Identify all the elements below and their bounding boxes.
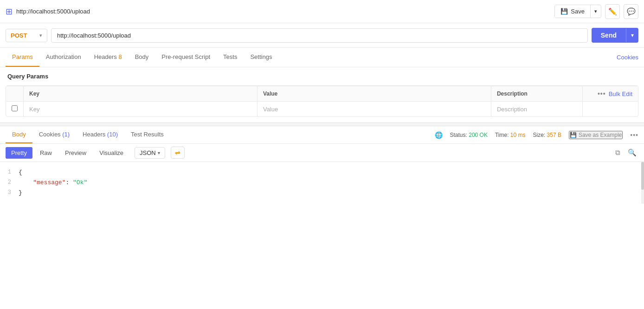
th-value: Value [257, 86, 491, 102]
wrap-button[interactable]: ⇌ [171, 147, 185, 159]
method-select[interactable]: POST ▾ [6, 29, 47, 42]
body-actions-right: ⧉ 🔍 [613, 147, 638, 159]
top-bar-right: 💾 Save ▾ ✏️ 💬 [554, 4, 638, 19]
json-line-1: 1 { [0, 167, 640, 178]
json-line-2: 2 "message": "Ok" [0, 178, 640, 188]
top-bar-left: ⊞ http://localhost:5000/upload [6, 6, 90, 17]
th-checkbox [6, 86, 24, 102]
format-select[interactable]: JSON ▾ [135, 147, 165, 159]
row-action-cell [582, 102, 638, 117]
edit-icon-button[interactable]: ✏️ [605, 4, 620, 19]
comment-icon-button[interactable]: 💬 [624, 4, 638, 19]
scrollbar-thumb[interactable] [641, 162, 644, 190]
url-input[interactable] [51, 28, 588, 43]
key-placeholder: Key [29, 106, 39, 113]
th-description: Description [491, 86, 582, 102]
send-button[interactable]: Send [592, 28, 626, 43]
tab-pre-request-script[interactable]: Pre-request Script [155, 48, 217, 67]
save-icon: 💾 [560, 8, 568, 15]
row-key-cell[interactable]: Key [24, 102, 258, 117]
send-button-group[interactable]: Send ▾ [592, 28, 638, 43]
search-button[interactable]: 🔍 [626, 147, 638, 159]
request-tabs-row: Params Authorization Headers 8 Body Pre-… [0, 48, 644, 67]
url-row: POST ▾ Send ▾ [0, 23, 644, 48]
comment-icon: 💬 [627, 7, 636, 16]
response-more-options[interactable]: ••• [630, 131, 638, 139]
row-checkbox[interactable] [12, 105, 18, 111]
method-label: POST [11, 32, 27, 39]
save-example-button[interactable]: 💾 Save as Example [569, 131, 623, 139]
request-section: Query Params Key Value Description [0, 67, 644, 117]
response-meta: 🌐 Status: 200 OK Time: 10 ms Size: 357 B… [435, 131, 639, 139]
response-tabs-row: Body Cookies (1) Headers (10) Test Resul… [0, 126, 644, 144]
time-label: Time: 10 ms [495, 132, 526, 138]
more-options-icon[interactable]: ••• [598, 90, 606, 97]
th-key: Key [24, 86, 258, 102]
app-icon: ⊞ [6, 6, 13, 17]
response-tab-body[interactable]: Body [6, 126, 32, 143]
bulk-edit-button[interactable]: Bulk Edit [609, 90, 632, 97]
save-example-icon: 💾 [570, 132, 577, 138]
edit-icon: ✏️ [608, 7, 617, 16]
body-tab-raw[interactable]: Raw [34, 147, 58, 159]
tab-settings[interactable]: Settings [244, 48, 278, 67]
cookies-link[interactable]: Cookies [617, 54, 638, 61]
send-button-dropdown[interactable]: ▾ [626, 28, 638, 42]
body-tab-preview[interactable]: Preview [59, 147, 92, 159]
body-tab-pretty[interactable]: Pretty [6, 147, 32, 159]
scrollbar-track[interactable] [641, 162, 644, 204]
size-label: Size: 357 B [533, 132, 561, 138]
cookies-link-area: Cookies [617, 54, 638, 61]
copy-button[interactable]: ⧉ [613, 147, 622, 159]
response-tab-headers[interactable]: Headers (10) [76, 126, 124, 143]
top-bar-url: http://localhost:5000/upload [16, 8, 90, 15]
tab-authorization[interactable]: Authorization [39, 48, 88, 67]
save-label: Save [571, 8, 585, 15]
tab-params[interactable]: Params [6, 48, 39, 67]
top-bar: ⊞ http://localhost:5000/upload 💾 Save ▾ … [0, 0, 644, 23]
size-value: 357 B [547, 132, 561, 138]
value-placeholder: Value [263, 106, 278, 113]
save-button-dropdown[interactable]: ▾ [591, 6, 601, 17]
tab-tests[interactable]: Tests [217, 48, 244, 67]
body-tab-visualize[interactable]: Visualize [94, 147, 129, 159]
desc-placeholder: Description [497, 106, 527, 113]
json-body: 1 { 2 "message": "Ok" 3 } [0, 162, 644, 204]
status-value: 200 OK [469, 132, 488, 138]
save-button-group[interactable]: 💾 Save ▾ [554, 5, 601, 18]
row-checkbox-cell [6, 102, 24, 117]
time-value: 10 ms [510, 132, 526, 138]
table-row: Key Value Description [6, 102, 638, 117]
response-tab-cookies[interactable]: Cookies (1) [32, 126, 76, 143]
globe-icon: 🌐 [435, 131, 443, 139]
wrap-icon: ⇌ [175, 149, 180, 156]
query-params-header: Query Params [0, 67, 644, 85]
format-label: JSON [140, 149, 156, 156]
method-dropdown-icon: ▾ [39, 32, 42, 39]
response-body-area: 1 { 2 "message": "Ok" 3 } [0, 162, 644, 204]
json-line-3: 3 } [0, 188, 640, 198]
tab-body[interactable]: Body [129, 48, 155, 67]
row-desc-cell[interactable]: Description [491, 102, 582, 117]
body-toolbar: Pretty Raw Preview Visualize JSON ▾ ⇌ ⧉ … [0, 144, 644, 162]
response-tab-test-results[interactable]: Test Results [124, 126, 170, 143]
status-label: Status: 200 OK [450, 132, 488, 138]
section-divider [0, 122, 644, 126]
query-params-table: Key Value Description ••• Bulk Edit [6, 86, 638, 116]
th-bulk-edit: ••• Bulk Edit [582, 86, 638, 102]
format-dropdown-icon: ▾ [158, 150, 160, 155]
row-value-cell[interactable]: Value [257, 102, 491, 117]
tab-headers[interactable]: Headers 8 [88, 48, 129, 67]
query-params-table-wrapper: Key Value Description ••• Bulk Edit [6, 85, 638, 117]
save-button-main[interactable]: 💾 Save [555, 5, 591, 18]
